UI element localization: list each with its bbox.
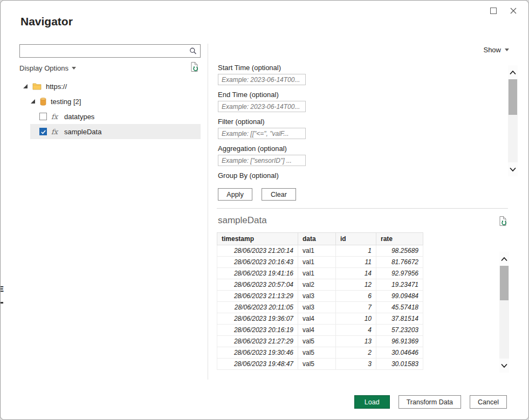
cell-data: val4 (298, 313, 336, 325)
filter-input[interactable] (218, 128, 306, 139)
expander-icon[interactable] (30, 99, 36, 104)
field-aggregation: Aggregation (optional) (218, 144, 306, 166)
cancel-button[interactable]: Cancel (470, 395, 507, 409)
function-icon: fx (51, 113, 60, 121)
cell-timestamp: 28/06/2023 19:30:46 (217, 347, 298, 359)
table-row[interactable]: 28/06/2023 20:16:43 val1 11 81.76672 (217, 257, 423, 268)
field-filter: Filter (optional) (218, 118, 306, 139)
start-time-label: Start Time (optional) (218, 64, 306, 72)
cell-timestamp: 28/06/2023 20:16:43 (217, 257, 298, 268)
end-time-input[interactable] (218, 101, 306, 112)
search-input[interactable] (20, 45, 186, 57)
expander-icon[interactable] (23, 84, 28, 89)
cell-rate: 98.25689 (376, 245, 423, 257)
show-label: Show (483, 46, 501, 54)
cell-timestamp: 28/06/2023 19:41:16 (217, 268, 298, 279)
scroll-down-button[interactable] (508, 162, 518, 176)
cell-rate: 19.23471 (376, 279, 423, 291)
group-by-label: Group By (optional) (218, 171, 306, 180)
apply-button[interactable]: Apply (218, 188, 252, 201)
start-time-input[interactable] (218, 74, 306, 85)
cell-id: 10 (336, 313, 376, 325)
table-row[interactable]: 28/06/2023 21:27:29 val5 13 96.91369 (217, 336, 423, 347)
cell-id: 6 (336, 291, 376, 302)
clear-button[interactable]: Clear (262, 188, 296, 201)
cell-timestamp: 28/06/2023 21:13:29 (217, 291, 298, 302)
tree-item-sampledata[interactable]: fx sampleData (30, 124, 201, 139)
tree-item-label: https:// (46, 82, 67, 91)
scroll-up-button[interactable] (499, 252, 509, 266)
scrollbar-thumb[interactable] (509, 79, 517, 115)
aggregation-label: Aggregation (optional) (218, 144, 306, 153)
tree-item-testing[interactable]: testing [2] (19, 94, 201, 109)
display-options-label: Display Options (19, 64, 68, 72)
cell-timestamp: 28/06/2023 20:16:19 (217, 325, 298, 336)
close-button[interactable] (505, 4, 521, 17)
table-row[interactable]: 28/06/2023 21:13:29 val3 6 99.09484 (217, 291, 423, 302)
table-row[interactable]: 28/06/2023 21:20:14 val1 1 98.25689 (217, 245, 423, 257)
transform-data-button[interactable]: Transform Data (399, 395, 461, 409)
dialog-footer: Load Transform Data Cancel (354, 395, 507, 409)
cell-rate: 37.81514 (376, 313, 423, 325)
cell-data: val5 (298, 336, 336, 347)
cell-rate: 92.97956 (376, 268, 423, 279)
parameters-form: Start Time (optional) End Time (optional… (218, 64, 306, 201)
table-row[interactable]: 28/06/2023 20:57:04 val2 12 19.23471 (217, 279, 423, 291)
chevron-down-icon (509, 167, 517, 173)
tree-item-datatypes[interactable]: fx datatypes (19, 109, 201, 124)
aggregation-input[interactable] (218, 155, 306, 166)
cell-data: val5 (298, 359, 336, 370)
display-options-dropdown[interactable]: Display Options (19, 64, 76, 72)
navigation-tree: https:// testing [2] fx datatypes fx sam… (19, 79, 201, 139)
cell-data: val4 (298, 325, 336, 336)
cell-rate: 57.23203 (376, 325, 423, 336)
show-dropdown[interactable]: Show (483, 46, 509, 54)
datatypes-checkbox[interactable] (39, 113, 47, 120)
cell-timestamp: 28/06/2023 21:20:14 (217, 245, 298, 257)
search-box (19, 44, 201, 58)
chevron-down-icon (72, 67, 76, 70)
cell-data: val3 (298, 302, 336, 313)
cell-data: val5 (298, 347, 336, 359)
field-start-time: Start Time (optional) (218, 64, 306, 85)
table-row[interactable]: 28/06/2023 19:41:16 val1 14 92.97956 (217, 268, 423, 279)
table-row[interactable]: 28/06/2023 19:30:46 val5 2 30.04646 (217, 347, 423, 359)
cell-timestamp: 28/06/2023 20:57:04 (217, 279, 298, 291)
scroll-up-button[interactable] (508, 65, 518, 79)
cell-id: 1 (336, 245, 376, 257)
background-window-artifact: E (0, 284, 4, 293)
table-header-row: timestamp data id rate (217, 233, 423, 245)
cell-data: val2 (298, 279, 336, 291)
scrollbar-thumb[interactable] (500, 266, 509, 300)
table-row[interactable]: 28/06/2023 19:36:07 val4 10 37.81514 (217, 313, 423, 325)
maximize-button[interactable] (485, 4, 501, 17)
cell-id: 4 (336, 325, 376, 336)
tree-item-label: testing [2] (51, 98, 81, 106)
refresh-preview-button[interactable] (498, 216, 507, 228)
search-button[interactable] (186, 45, 200, 57)
column-header-data: data (298, 233, 336, 245)
cell-timestamp: 28/06/2023 19:36:07 (217, 313, 298, 325)
cell-data: val3 (298, 291, 336, 302)
cell-rate: 99.09484 (376, 291, 423, 302)
table-row[interactable]: 28/06/2023 19:48:47 val5 3 30.01583 (217, 359, 423, 370)
table-row[interactable]: 28/06/2023 20:16:19 val4 4 57.23203 (217, 325, 423, 336)
form-scrollbar[interactable] (508, 65, 518, 176)
horizontal-divider (217, 208, 508, 209)
cell-id: 13 (336, 336, 376, 347)
scroll-down-button[interactable] (499, 359, 509, 373)
tree-item-label: sampleData (64, 128, 101, 136)
folder-icon (32, 82, 42, 90)
preview-title: sampleData (218, 215, 267, 226)
cell-rate: 81.76672 (376, 257, 423, 268)
database-icon (40, 98, 46, 106)
refresh-list-button[interactable] (190, 61, 199, 74)
cell-id: 14 (336, 268, 376, 279)
cell-rate: 30.01583 (376, 359, 423, 370)
tree-item-https[interactable]: https:// (19, 79, 201, 94)
preview-scrollbar[interactable] (499, 252, 509, 373)
table-row[interactable]: 28/06/2023 20:11:05 val3 7 45.57418 (217, 302, 423, 313)
load-button[interactable]: Load (354, 395, 390, 409)
cell-id: 3 (336, 359, 376, 370)
sampledata-checkbox[interactable] (39, 128, 47, 135)
